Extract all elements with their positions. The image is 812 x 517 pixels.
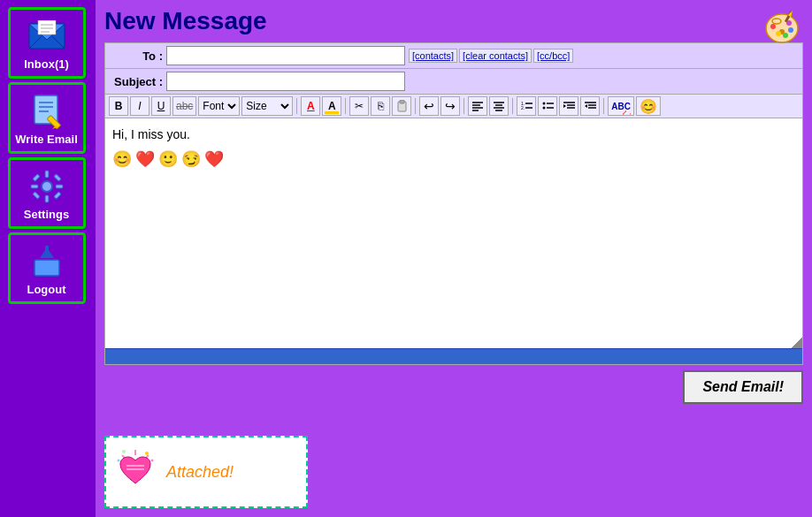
attachment-heart-icon [113,448,157,496]
write-label: Write Email [15,133,78,146]
subject-input[interactable] [166,72,405,91]
svg-marker-57 [563,104,566,108]
svg-rect-16 [45,195,49,202]
underline-button[interactable]: U [151,96,171,116]
align-center-button[interactable] [489,96,509,116]
svg-rect-17 [31,185,38,188]
redo-button[interactable]: ↪ [440,96,460,116]
cut-button[interactable]: ✂ [349,96,369,116]
svg-rect-21 [32,192,39,199]
svg-point-50 [542,103,545,105]
emoji-1: 😊 [112,150,132,168]
toolbar-separator-6 [603,98,604,114]
emoji-button[interactable]: 😊 [636,96,661,116]
contacts-link[interactable]: [contacts] [409,49,457,63]
svg-point-26 [766,14,798,42]
send-area: Send Email! [104,370,803,404]
emoji-5: ❤️ [204,150,224,168]
svg-rect-18 [56,185,63,188]
subject-row: Subject : [105,69,802,95]
ordered-list-button[interactable]: 1.2. [517,96,536,116]
sidebar: Inbox(1) Write Email [0,0,93,517]
emoji-2: ❤️ [135,150,155,168]
to-row: To : [contacts] [clear contacts] [cc/bcc… [105,43,802,69]
palette-icon [762,7,801,46]
svg-point-67 [145,452,149,455]
size-select[interactable]: Size [241,96,293,116]
svg-point-30 [776,31,781,36]
to-links: [contacts] [clear contacts] [cc/bcc] [409,49,573,63]
svg-point-32 [788,27,793,33]
emoji-4: 😏 [181,150,201,168]
svg-rect-15 [45,171,49,178]
svg-rect-20 [53,174,60,181]
emoji-3: 🙂 [158,150,178,168]
outdent-button[interactable] [580,96,600,116]
toolbar-separator-2 [345,98,346,114]
svg-rect-23 [34,260,59,276]
write-icon [26,90,68,133]
resize-handle[interactable] [792,338,802,348]
logout-icon [26,240,68,283]
copy-button[interactable]: ⎘ [371,96,390,116]
svg-rect-19 [32,174,39,181]
svg-point-69 [118,460,120,462]
undo-button[interactable]: ↩ [419,96,439,116]
to-label: To : [109,49,166,63]
spellcheck-button[interactable]: ABC [608,96,634,116]
editor-emojis: 😊 ❤️ 🙂 😏 ❤️ [112,148,795,171]
editor-text: Hi, I miss you. [112,125,795,144]
inbox-label: Inbox(1) [24,57,69,71]
svg-marker-61 [585,104,587,108]
sidebar-item-write[interactable]: Write Email [8,82,86,154]
svg-point-14 [42,181,52,192]
indent-button[interactable] [559,96,578,116]
unordered-list-button[interactable] [538,96,557,116]
attached-area: Attached! [104,436,308,508]
toolbar-separator-4 [463,98,464,114]
svg-rect-4 [38,20,56,34]
svg-rect-37 [400,100,404,103]
to-input[interactable] [166,46,405,65]
sidebar-item-inbox[interactable]: Inbox(1) [8,7,86,79]
send-email-button[interactable]: Send Email! [683,370,803,404]
paste-button[interactable] [392,96,411,116]
attached-label: Attached! [166,463,234,482]
subject-label: Subject : [109,75,166,88]
font-select[interactable]: Font [198,96,240,116]
logout-label: Logout [27,283,65,296]
font-color-button[interactable]: A [301,96,320,116]
page-title: New Message [104,7,803,35]
settings-icon [26,165,68,208]
sidebar-item-logout[interactable]: Logout [8,232,86,304]
svg-rect-25 [45,246,49,258]
settings-label: Settings [24,208,69,221]
cc-bcc-link[interactable]: [cc/bcc] [533,49,573,63]
toolbar-separator-5 [512,98,513,114]
clear-contacts-link[interactable]: [clear contacts] [459,49,532,63]
bold-button[interactable]: B [109,96,128,116]
svg-point-29 [770,24,776,29]
svg-point-52 [542,107,545,110]
compose-area: To : [contacts] [clear contacts] [cc/bcc… [104,42,803,365]
svg-point-70 [122,450,126,453]
align-left-button[interactable] [468,96,487,116]
inbox-icon [26,15,68,57]
svg-point-68 [151,460,154,462]
italic-button[interactable]: I [130,96,149,116]
svg-rect-22 [53,192,60,199]
editor-content: Hi, I miss you. 😊 ❤️ 🙂 😏 ❤️ [112,125,795,171]
highlight-button[interactable]: A [322,96,341,116]
strikethrough-button[interactable]: abc [172,96,196,116]
sidebar-item-settings[interactable]: Settings [8,157,86,229]
toolbar-separator-1 [296,98,297,114]
svg-point-27 [772,19,781,24]
editor-toolbar: B I U abc Font Size A A ✂ ⎘ ↩ ↪ [105,95,802,118]
toolbar-separator-3 [415,98,416,114]
editor-area[interactable]: Hi, I miss you. 😊 ❤️ 🙂 😏 ❤️ [105,118,802,348]
editor-status-bar [105,348,802,364]
svg-text:2.: 2. [521,105,525,110]
svg-point-31 [783,33,788,38]
